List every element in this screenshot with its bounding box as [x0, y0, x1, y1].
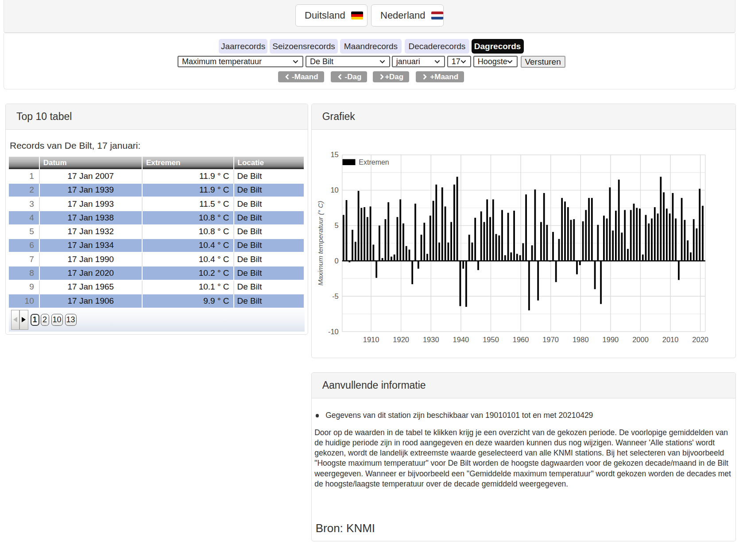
svg-text:0: 0 — [334, 257, 338, 265]
svg-text:-10: -10 — [328, 328, 339, 336]
svg-text:1970: 1970 — [542, 336, 559, 344]
svg-text:1960: 1960 — [512, 336, 529, 344]
svg-text:Extremen: Extremen — [359, 158, 389, 166]
svg-text:2020: 2020 — [692, 336, 708, 344]
svg-text:-5: -5 — [332, 292, 339, 300]
svg-text:1950: 1950 — [483, 336, 499, 344]
svg-text:1930: 1930 — [423, 336, 439, 344]
svg-text:10: 10 — [330, 186, 338, 194]
svg-text:1940: 1940 — [453, 336, 469, 344]
svg-text:2010: 2010 — [662, 336, 678, 344]
svg-text:1910: 1910 — [363, 336, 379, 344]
svg-text:1920: 1920 — [393, 336, 409, 344]
svg-text:2000: 2000 — [632, 336, 649, 344]
svg-text:15: 15 — [330, 151, 338, 158]
svg-text:1990: 1990 — [602, 336, 619, 344]
svg-text:5: 5 — [334, 221, 338, 229]
svg-text:Maximum temperatuur (° C): Maximum temperatuur (° C) — [317, 201, 324, 286]
svg-text:1980: 1980 — [573, 336, 589, 344]
